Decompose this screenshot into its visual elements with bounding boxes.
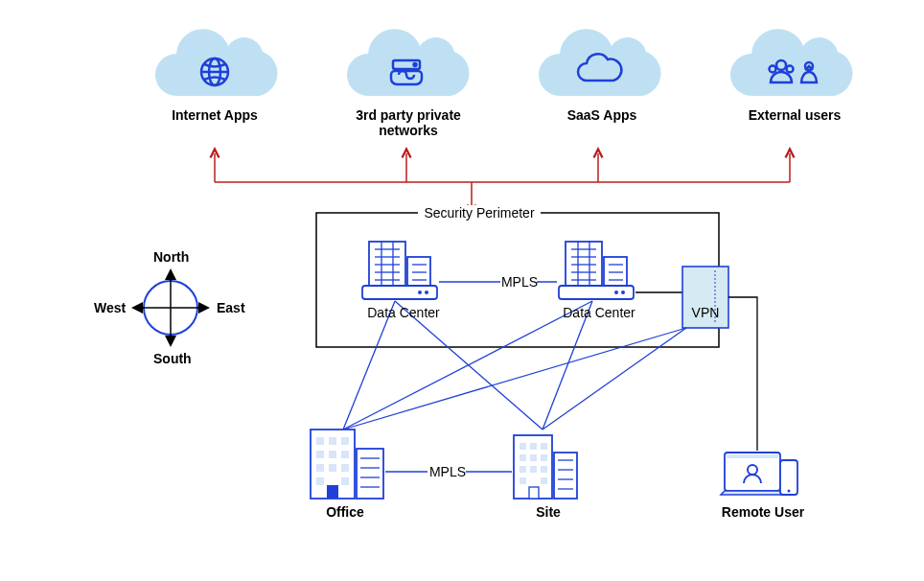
svg-rect-59 bbox=[327, 485, 338, 499]
svg-rect-83 bbox=[727, 454, 778, 458]
cloud-saas bbox=[539, 29, 660, 96]
svg-point-37 bbox=[621, 290, 625, 294]
cloud-external-users bbox=[730, 29, 852, 96]
label-external-users: External users bbox=[742, 107, 847, 123]
cloud-third-party bbox=[347, 29, 469, 96]
compass-north: North bbox=[153, 249, 189, 265]
compass-west: West bbox=[94, 300, 126, 315]
compass bbox=[134, 271, 207, 344]
svg-rect-73 bbox=[530, 466, 537, 473]
svg-point-22 bbox=[425, 290, 428, 294]
svg-rect-53 bbox=[341, 451, 349, 458]
network-diagram: Internet Apps 3rd party private networks… bbox=[0, 0, 924, 581]
label-saas: SaaS Apps bbox=[554, 107, 650, 123]
svg-rect-70 bbox=[530, 454, 537, 461]
svg-rect-50 bbox=[341, 437, 349, 445]
svg-line-45 bbox=[543, 328, 686, 430]
vpn-to-remote-user bbox=[728, 297, 757, 451]
svg-rect-74 bbox=[541, 466, 547, 473]
svg-rect-75 bbox=[520, 477, 526, 484]
svg-rect-76 bbox=[541, 477, 547, 484]
svg-line-43 bbox=[543, 301, 592, 430]
label-vpn: VPN bbox=[686, 305, 725, 320]
office-building bbox=[311, 430, 383, 499]
svg-rect-68 bbox=[541, 443, 547, 450]
svg-rect-58 bbox=[341, 477, 349, 485]
svg-line-44 bbox=[343, 328, 686, 430]
svg-point-23 bbox=[418, 290, 422, 294]
svg-rect-56 bbox=[341, 464, 349, 472]
svg-rect-55 bbox=[329, 464, 336, 472]
label-remote-user: Remote User bbox=[715, 504, 811, 520]
diagram-svg bbox=[0, 0, 924, 581]
compass-south: South bbox=[153, 351, 192, 366]
svg-line-42 bbox=[343, 301, 592, 430]
svg-rect-66 bbox=[520, 443, 526, 450]
svg-rect-67 bbox=[530, 443, 537, 450]
svg-point-38 bbox=[614, 290, 618, 294]
compass-east: East bbox=[217, 300, 245, 315]
svg-rect-54 bbox=[316, 464, 324, 472]
svg-rect-51 bbox=[316, 451, 324, 458]
svg-rect-57 bbox=[316, 477, 324, 485]
svg-rect-48 bbox=[316, 437, 324, 445]
svg-rect-69 bbox=[520, 454, 526, 461]
svg-rect-49 bbox=[329, 437, 336, 445]
svg-rect-47 bbox=[357, 449, 383, 499]
svg-rect-72 bbox=[520, 466, 526, 473]
cloud-internet-apps bbox=[155, 29, 277, 96]
label-office: Office bbox=[307, 504, 383, 520]
remote-user-device bbox=[721, 453, 797, 495]
svg-point-86 bbox=[788, 490, 791, 493]
data-center-1 bbox=[362, 242, 437, 299]
label-mpls-2: MPLS bbox=[427, 464, 468, 479]
label-dc2: Data Center bbox=[556, 305, 642, 320]
data-center-2 bbox=[559, 242, 634, 299]
svg-rect-65 bbox=[554, 453, 577, 499]
label-internet-apps: Internet Apps bbox=[157, 107, 272, 123]
svg-point-4 bbox=[414, 63, 417, 66]
site-building bbox=[514, 435, 577, 499]
svg-line-40 bbox=[343, 301, 395, 430]
svg-rect-71 bbox=[541, 454, 547, 461]
label-security-perimeter: Security Perimeter bbox=[418, 205, 541, 221]
label-mpls-1: MPLS bbox=[500, 274, 539, 290]
svg-rect-52 bbox=[329, 451, 336, 458]
label-site: Site bbox=[510, 504, 587, 520]
mesh-lines bbox=[343, 301, 686, 430]
svg-rect-77 bbox=[529, 487, 539, 499]
label-third-party: 3rd party private networks bbox=[341, 107, 475, 138]
label-dc1: Data Center bbox=[360, 305, 447, 320]
